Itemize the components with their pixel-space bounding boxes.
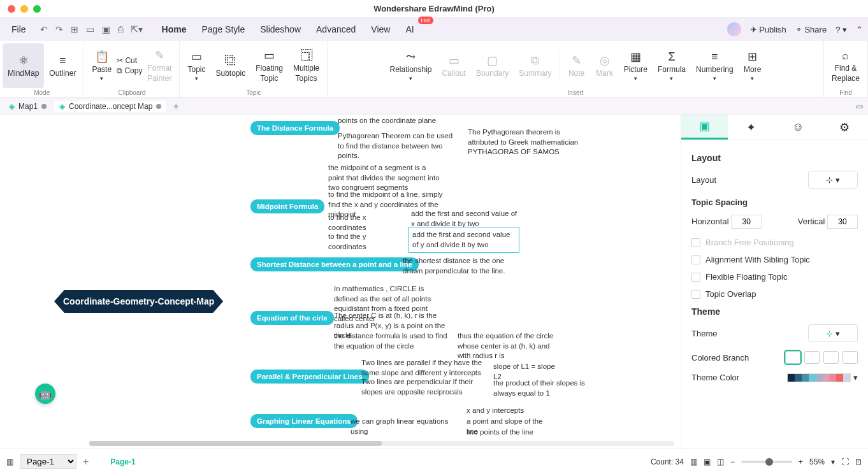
sub-node[interactable]: Two lines are parallel if they have the … (361, 358, 482, 378)
tab-coordinate[interactable]: ◈Coordinate...oncept Map (54, 101, 166, 112)
close-window[interactable] (8, 5, 15, 13)
horizontal-input[interactable] (731, 215, 762, 229)
menu-file[interactable]: File (5, 22, 33, 37)
scroll-thumb[interactable] (89, 441, 382, 446)
topic-circle[interactable]: Equation of the cirle (250, 311, 334, 325)
add-page-icon[interactable]: + (83, 456, 89, 468)
user-avatar[interactable] (727, 22, 741, 36)
sub-node[interactable]: to find the y coordinates (328, 232, 401, 252)
print-icon[interactable]: ⎙ (118, 24, 123, 34)
tab-map1[interactable]: ◈Map1 (4, 101, 52, 112)
collapse-ribbon-icon[interactable]: ⌃ (856, 25, 863, 34)
topic-button[interactable]: ▭Topic▾ (182, 43, 210, 88)
pages-icon[interactable]: ▥ (6, 457, 13, 466)
swatch[interactable] (843, 351, 858, 364)
view-icon[interactable]: ▥ (690, 457, 697, 466)
panel-tab-settings[interactable]: ⚙ (821, 115, 868, 140)
zoom-out-icon[interactable]: − (730, 457, 735, 466)
sub-node[interactable]: the shortest distance is the one drawn p… (403, 256, 511, 276)
outliner-button[interactable]: ≡Outliner (44, 43, 81, 88)
sub-node[interactable]: add the first and second value of x and … (411, 209, 519, 229)
layout-select[interactable]: ⊹▾ (808, 171, 858, 189)
slider-knob[interactable] (765, 458, 773, 466)
minimize-window[interactable] (20, 5, 28, 13)
vertical-input[interactable] (827, 215, 858, 229)
help-icon[interactable]: ? ▾ (835, 25, 847, 34)
sub-node[interactable]: The Pythagorean theorem is attributed to… (468, 127, 586, 157)
sub-node-selected[interactable]: add the first and second value of y and … (408, 227, 519, 253)
zoom-in-icon[interactable]: + (799, 457, 803, 466)
topic-shortest[interactable]: Shortest Distance between a point and a … (250, 257, 419, 271)
sub-node[interactable]: two points of the line (467, 427, 543, 438)
sub-node[interactable]: to find the x coordinates (328, 213, 401, 233)
subtopic-button[interactable]: ⿻Subtopic (210, 43, 250, 88)
menu-view[interactable]: View (365, 22, 396, 37)
mindmap-button[interactable]: ⚛MindMap (3, 43, 44, 88)
sub-node[interactable]: the product of their slopes is always eq… (493, 378, 608, 398)
boundary-button[interactable]: ▢Boundary (471, 43, 514, 88)
swatch[interactable] (823, 351, 839, 364)
zoom-slider[interactable] (741, 461, 792, 463)
fit-icon[interactable]: ⊡ (855, 457, 862, 466)
checkbox-align[interactable] (691, 255, 700, 264)
mark-button[interactable]: ◎Mark (591, 43, 619, 88)
sub-node[interactable]: Two lines are perpendicular if their slo… (361, 377, 482, 397)
redo-icon[interactable]: ↷ (55, 24, 63, 34)
chevron-down-icon[interactable]: ▾ (853, 373, 858, 382)
formula-button[interactable]: ΣFormula▾ (653, 43, 691, 88)
summary-button[interactable]: ⧉Summary (514, 43, 556, 88)
page-tab[interactable]: Page-1 (95, 456, 150, 468)
callout-button[interactable]: ▭Callout (437, 43, 471, 88)
menu-slideshow[interactable]: Slideshow (254, 22, 307, 37)
view-icon-3[interactable]: ◫ (717, 457, 724, 466)
maximize-window[interactable] (33, 5, 41, 13)
page-select[interactable]: Page-1 (20, 454, 76, 469)
sub-node[interactable]: thus the equation of the circle whose ce… (458, 331, 560, 361)
topic-parallel[interactable]: Parallel & Perpendicular Lines (250, 370, 369, 384)
new-icon[interactable]: ⊞ (71, 24, 78, 34)
view-icon-2[interactable]: ▣ (704, 457, 711, 466)
relationship-button[interactable]: ⤳Relationship▾ (385, 43, 437, 88)
sub-node[interactable]: the distance formula is used to find the… (334, 331, 449, 351)
canvas[interactable]: Coordinate-Geometry-Concept-Map The Dist… (0, 115, 681, 449)
root-node[interactable]: Coordinate-Geometry-Concept-Map (54, 290, 223, 313)
save-icon[interactable]: ▣ (102, 24, 110, 34)
multiple-topics-button[interactable]: ⿹MultipleTopics (288, 43, 324, 88)
swatch[interactable] (804, 351, 820, 364)
color-bar[interactable] (787, 373, 851, 382)
topic-graphing[interactable]: Graphing Linear Equations (250, 414, 358, 428)
paste-button[interactable]: 📋Paste▾ (87, 43, 117, 88)
copy-button[interactable]: ⧉ Copy (117, 66, 142, 75)
swatch[interactable] (785, 351, 800, 364)
more-button[interactable]: ⊞More▾ (739, 43, 767, 88)
undo-icon[interactable]: ↶ (40, 24, 48, 34)
find-replace-button[interactable]: ⌕Find &Replace (827, 43, 865, 88)
panel-tab-style[interactable]: ✦ (728, 115, 774, 140)
format-painter-button[interactable]: ✎FormatPainter (142, 43, 177, 88)
sub-node[interactable]: Pythagorean Theorem can be used to find … (338, 131, 456, 161)
floating-topic-button[interactable]: ▭FloatingTopic (250, 43, 288, 88)
theme-select[interactable]: ⊹▾ (808, 324, 858, 342)
add-tab-button[interactable]: + (169, 101, 182, 112)
hscrollbar[interactable] (89, 441, 674, 446)
cut-button[interactable]: ✂ Cut (117, 56, 142, 65)
numbering-button[interactable]: ≡Numbering▾ (691, 43, 739, 88)
sub-node[interactable]: we can graph linear equations using (351, 417, 452, 436)
export-icon[interactable]: ⇱▾ (131, 24, 143, 34)
chevron-down-icon[interactable]: ▾ (831, 457, 835, 466)
menu-ai[interactable]: AIHot (399, 22, 420, 37)
picture-button[interactable]: ▦Picture▾ (619, 43, 653, 88)
panel-tab-layout[interactable]: ▣ (681, 115, 728, 140)
menu-advanced[interactable]: Advanced (310, 22, 362, 37)
fullscreen-icon[interactable]: ⛶ (841, 457, 849, 466)
sub-node[interactable]: x and y intercepts (467, 406, 543, 416)
menu-home[interactable]: Home (156, 22, 193, 37)
sub-node[interactable]: points on the coordinate plane (338, 116, 452, 126)
checkbox-overlap[interactable] (691, 290, 700, 299)
topic-distance[interactable]: The Distance Formula (250, 121, 340, 135)
sub-node[interactable]: the midpoint of a segment is a point tha… (328, 163, 443, 193)
ai-assistant-button[interactable]: 🤖 (35, 384, 55, 404)
toggle-panel-icon[interactable]: ▭ (856, 102, 863, 111)
publish-button[interactable]: ✈ Publish (750, 25, 786, 34)
note-button[interactable]: ✎Note (563, 43, 591, 88)
